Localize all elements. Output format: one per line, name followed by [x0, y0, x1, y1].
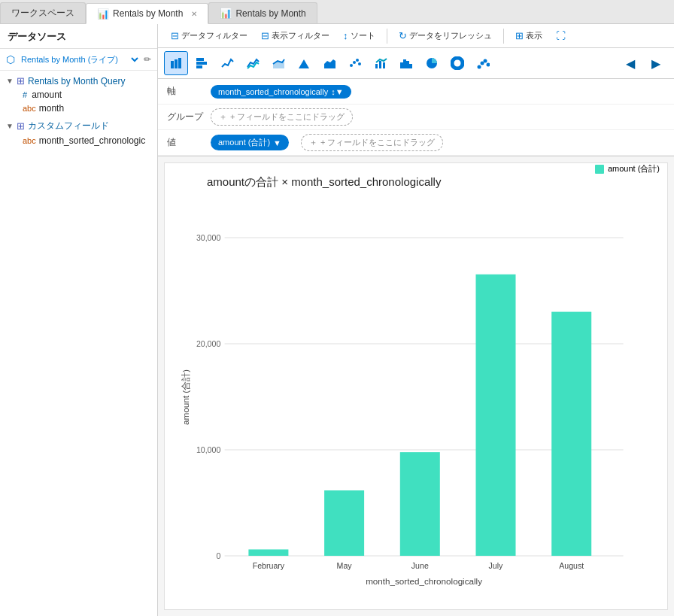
svg-rect-19 [409, 64, 412, 68]
tab-workspace[interactable]: ワークスペース [0, 2, 86, 23]
view-filter-icon: ⊟ [261, 30, 269, 41]
expand-button[interactable]: ⛶ [551, 28, 571, 44]
svg-point-25 [484, 59, 487, 63]
axis-row: 軸 month_sorted_chronologically ↕▼ [158, 79, 674, 105]
svg-point-10 [353, 61, 356, 64]
value-label: 値 [167, 136, 205, 149]
tree-field-month[interactable]: abc month [0, 102, 157, 115]
svg-rect-1 [175, 59, 178, 68]
svg-rect-4 [196, 62, 207, 65]
sidebar-title: データソース [0, 24, 157, 49]
svg-point-9 [350, 64, 353, 67]
bar-february [248, 549, 288, 555]
hash-icon-amount: # [23, 90, 27, 99]
data-filter-icon: ⊟ [171, 30, 179, 41]
custom-fields-label: カスタムフィールド [28, 120, 109, 132]
chart-type-bar-vertical[interactable] [164, 51, 188, 75]
sort-label: ソート [351, 30, 375, 41]
axis-tag[interactable]: month_sorted_chronologically ↕▼ [211, 85, 351, 99]
tree-field-amount[interactable]: # amount [0, 88, 157, 102]
svg-point-23 [478, 65, 481, 69]
svg-text:20,000: 20,000 [196, 339, 221, 348]
main-layout: データソース ⬡ Rentals by Month (ライブ) ✏ ▼ ⊞ Re… [0, 24, 674, 616]
chart-type-donut[interactable] [445, 51, 469, 75]
refresh-icon: ↻ [399, 30, 407, 41]
tab-rentals-2[interactable]: 📊 Rentals by Month [208, 2, 317, 23]
group-drop-zone[interactable]: ＋ + フィールドをここにドラッグ [211, 108, 353, 126]
sidebar: データソース ⬡ Rentals by Month (ライブ) ✏ ▼ ⊞ Re… [0, 24, 158, 616]
abc-icon-month: abc [23, 104, 36, 113]
tab-chart-icon-1: 📊 [97, 8, 109, 20]
value-tag-text: amount (合計) [218, 137, 270, 148]
group-label: グループ [167, 111, 205, 123]
svg-rect-15 [383, 62, 385, 68]
value-tag[interactable]: amount (合計) ▼ [211, 135, 289, 150]
svg-text:July: July [489, 561, 504, 570]
field-config: 軸 month_sorted_chronologically ↕▼ グループ ＋… [158, 79, 674, 156]
field-month-sorted-label: month_sorted_chronologic [39, 135, 145, 146]
chart-type-scatter[interactable] [343, 51, 367, 75]
abc-icon-month-sorted: abc [23, 136, 36, 145]
view-icon: ⊞ [515, 30, 524, 41]
datasource-selector[interactable]: ⬡ Rentals by Month (ライブ) ✏ [0, 49, 157, 71]
expand-icon-query: ▼ [6, 77, 14, 85]
chart-type-histogram[interactable] [394, 51, 418, 75]
svg-rect-18 [406, 61, 409, 68]
datasource-icon: ⬡ [6, 53, 15, 65]
refresh-label: データをリフレッシュ [409, 30, 492, 41]
svg-rect-0 [171, 61, 174, 68]
view-filter-button[interactable]: ⊟ 表示フィルター [256, 28, 335, 44]
svg-point-26 [487, 63, 490, 67]
chart-type-area-line[interactable] [266, 51, 290, 75]
chart-type-dot[interactable] [471, 51, 495, 75]
view-button[interactable]: ⊞ 表示 [510, 28, 548, 44]
sort-button[interactable]: ↕ ソート [338, 28, 381, 44]
data-filter-button[interactable]: ⊟ データフィルター [165, 28, 253, 44]
chart-type-line[interactable] [215, 51, 239, 75]
tab-close-1[interactable]: ✕ [191, 10, 197, 18]
tab-rentals-2-label: Rentals by Month [235, 8, 305, 19]
svg-text:0: 0 [216, 551, 220, 560]
chart-nav-prev[interactable]: ◀ [618, 51, 642, 75]
chart-type-mountain[interactable] [292, 51, 316, 75]
value-tag-chevron: ▼ [273, 138, 281, 147]
toolbar: ⊟ データフィルター ⊟ 表示フィルター ↕ ソート ↻ データをリフレッシュ … [158, 24, 674, 48]
svg-rect-13 [375, 64, 378, 68]
chart-type-bar: ◀ ▶ [158, 48, 674, 79]
chart-nav-next[interactable]: ▶ [644, 51, 668, 75]
svg-text:August: August [559, 561, 584, 570]
tree-field-month-sorted[interactable]: abc month_sorted_chronologic [0, 134, 157, 147]
tab-rentals-1[interactable]: 📊 Rentals by Month ✕ [86, 3, 208, 24]
edit-icon[interactable]: ✏ [144, 54, 151, 65]
svg-text:June: June [411, 561, 429, 570]
chart-legend: amount (合計) [595, 163, 660, 174]
custom-fields-icon: ⊞ [17, 120, 25, 132]
tree-query-group[interactable]: ▼ ⊞ Rentals by Month Query [0, 74, 157, 88]
expand-icon: ⛶ [556, 30, 566, 41]
svg-point-12 [358, 62, 361, 65]
value-drop-zone[interactable]: ＋ + フィールドをここにドラッグ [301, 134, 443, 151]
chart-title: amountの合計 × month_sorted_chronologically [207, 175, 441, 190]
value-plus-icon: ＋ [309, 137, 317, 148]
tree-custom-fields-group[interactable]: ▼ ⊞ カスタムフィールド [0, 118, 157, 134]
query-group-icon: ⊞ [17, 75, 25, 86]
tab-chart-icon-2: 📊 [220, 8, 232, 19]
chart-type-line2[interactable] [241, 51, 265, 75]
datasource-select[interactable]: Rentals by Month (ライブ) [18, 54, 141, 65]
bar-august [551, 312, 591, 556]
tab-bar: ワークスペース 📊 Rentals by Month ✕ 📊 Rentals b… [0, 0, 674, 24]
field-amount-label: amount [32, 90, 62, 100]
svg-rect-17 [403, 59, 406, 68]
group-placeholder: + フィールドをここにドラッグ [230, 111, 345, 123]
svg-point-11 [356, 59, 359, 62]
svg-rect-16 [400, 62, 403, 68]
svg-text:February: February [253, 561, 285, 570]
chart-type-bar-horizontal[interactable] [190, 51, 214, 75]
svg-rect-14 [379, 61, 381, 68]
chart-type-area-filled[interactable] [317, 51, 342, 75]
toolbar-divider-2 [503, 29, 504, 44]
chart-type-combo[interactable] [369, 51, 393, 75]
chart-type-pie[interactable] [420, 51, 444, 75]
refresh-button[interactable]: ↻ データをリフレッシュ [393, 28, 497, 44]
svg-text:May: May [337, 561, 353, 570]
